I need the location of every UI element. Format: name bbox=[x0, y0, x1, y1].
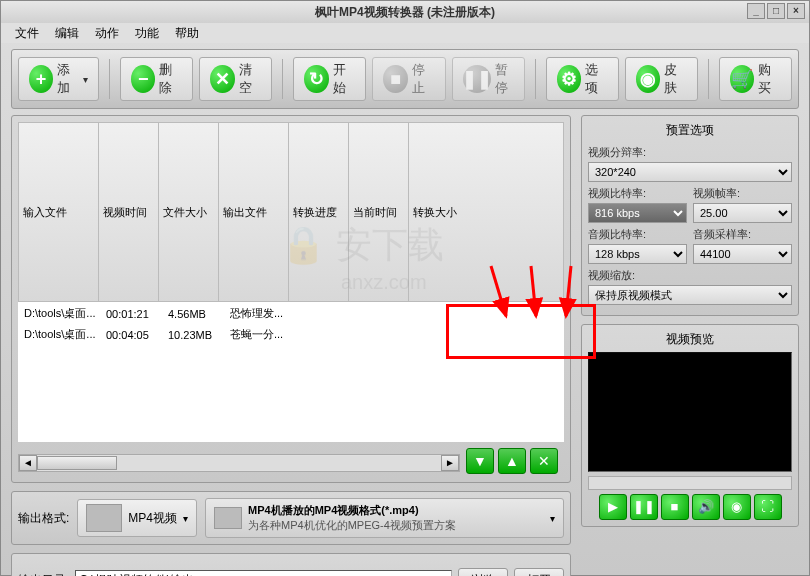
plus-icon: + bbox=[29, 65, 53, 93]
menu-action[interactable]: 动作 bbox=[89, 23, 125, 43]
preview-screen bbox=[588, 352, 792, 472]
format-desc-icon bbox=[214, 507, 242, 529]
titlebar: 枫叶MP4视频转换器 (未注册版本) _ □ × bbox=[1, 1, 809, 23]
output-panel: 输出目录: 浏览 打开 软件网站: http://www.fengyesoft.… bbox=[11, 553, 571, 576]
app-window: 枫叶MP4视频转换器 (未注册版本) _ □ × 文件 编辑 动作 功能 帮助 … bbox=[0, 0, 810, 576]
add-button[interactable]: +添加▾ bbox=[18, 57, 99, 101]
remove-button[interactable]: ✕ bbox=[530, 448, 558, 474]
col-curtime[interactable]: 当前时间 bbox=[349, 123, 409, 302]
wrench-icon: ⚙ bbox=[557, 65, 581, 93]
delete-button[interactable]: −删除 bbox=[120, 57, 193, 101]
file-list-panel: 输入文件 视频时间 文件大小 输出文件 转换进度 当前时间 转换大小 D:\to… bbox=[11, 115, 571, 483]
options-button[interactable]: ⚙选项 bbox=[546, 57, 619, 101]
preview-stop-button[interactable]: ■ bbox=[661, 494, 689, 520]
scroll-thumb[interactable] bbox=[37, 456, 117, 470]
cart-icon: 🛒 bbox=[730, 65, 754, 93]
close-icon[interactable]: × bbox=[787, 3, 805, 19]
fps-select[interactable]: 25.00 bbox=[693, 203, 792, 223]
move-up-button[interactable]: ▲ bbox=[498, 448, 526, 474]
outdir-input[interactable] bbox=[75, 570, 452, 577]
minus-icon: − bbox=[131, 65, 155, 93]
scroll-right-icon[interactable]: ► bbox=[441, 455, 459, 471]
col-outsize[interactable]: 转换大小 bbox=[409, 123, 564, 302]
fullscreen-button[interactable]: ⛶ bbox=[754, 494, 782, 520]
menu-function[interactable]: 功能 bbox=[129, 23, 165, 43]
resolution-select[interactable]: 320*240 bbox=[588, 162, 792, 182]
sample-rate-select[interactable]: 44100 bbox=[693, 244, 792, 264]
apple-icon: ◉ bbox=[636, 65, 660, 93]
preset-panel: 预置选项 视频分辩率: 320*240 视频比特率: 816 kbps 视频帧率… bbox=[581, 115, 799, 316]
preview-panel: 视频预览 ▶ ❚❚ ■ 🔊 ◉ ⛶ bbox=[581, 324, 799, 527]
maximize-icon[interactable]: □ bbox=[767, 3, 785, 19]
format-selector[interactable]: MP4视频 ▾ bbox=[77, 499, 197, 537]
preset-title: 预置选项 bbox=[588, 122, 792, 139]
open-button[interactable]: 打开 bbox=[514, 568, 564, 576]
menu-edit[interactable]: 编辑 bbox=[49, 23, 85, 43]
snapshot-button[interactable]: ◉ bbox=[723, 494, 751, 520]
col-size[interactable]: 文件大小 bbox=[159, 123, 219, 302]
minimize-icon[interactable]: _ bbox=[747, 3, 765, 19]
format-panel: 输出格式: MP4视频 ▾ MP4机播放的MP4视频格式(*.mp4) 为各种M… bbox=[11, 491, 571, 545]
format-description[interactable]: MP4机播放的MP4视频格式(*.mp4) 为各种MP4机优化的MPEG-4视频… bbox=[205, 498, 564, 538]
skin-button[interactable]: ◉皮肤 bbox=[625, 57, 698, 101]
volume-button[interactable]: 🔊 bbox=[692, 494, 720, 520]
table-row[interactable]: D:\tools\桌面...00:01:214.56MB恐怖理发... bbox=[20, 304, 562, 323]
format-label: 输出格式: bbox=[18, 510, 69, 527]
toolbar: +添加▾ −删除 ✕清空 ↻开始 ■停止 ❚❚暂停 ⚙选项 ◉皮肤 🛒购买 bbox=[11, 49, 799, 109]
clear-button[interactable]: ✕清空 bbox=[199, 57, 272, 101]
preview-pause-button[interactable]: ❚❚ bbox=[630, 494, 658, 520]
menu-help[interactable]: 帮助 bbox=[169, 23, 205, 43]
file-table[interactable]: 输入文件 视频时间 文件大小 输出文件 转换进度 当前时间 转换大小 bbox=[18, 122, 564, 302]
horizontal-scrollbar[interactable]: ◄ ► bbox=[18, 454, 460, 472]
pause-icon: ❚❚ bbox=[463, 65, 491, 93]
col-time[interactable]: 视频时间 bbox=[99, 123, 159, 302]
menubar: 文件 编辑 动作 功能 帮助 bbox=[1, 23, 809, 43]
menu-file[interactable]: 文件 bbox=[9, 23, 45, 43]
outdir-label: 输出目录: bbox=[18, 572, 69, 576]
format-thumb-icon bbox=[86, 504, 122, 532]
col-input[interactable]: 输入文件 bbox=[19, 123, 99, 302]
refresh-icon: ↻ bbox=[304, 65, 328, 93]
preview-slider[interactable] bbox=[588, 476, 792, 490]
zoom-select[interactable]: 保持原视频模式 bbox=[588, 285, 792, 305]
play-button[interactable]: ▶ bbox=[599, 494, 627, 520]
scroll-left-icon[interactable]: ◄ bbox=[19, 455, 37, 471]
video-bitrate-select[interactable]: 816 kbps bbox=[588, 203, 687, 223]
audio-bitrate-select[interactable]: 128 kbps bbox=[588, 244, 687, 264]
buy-button[interactable]: 🛒购买 bbox=[719, 57, 792, 101]
stop-icon: ■ bbox=[383, 65, 407, 93]
browse-button[interactable]: 浏览 bbox=[458, 568, 508, 576]
start-button[interactable]: ↻开始 bbox=[293, 57, 366, 101]
pause-button[interactable]: ❚❚暂停 bbox=[452, 57, 525, 101]
stop-button[interactable]: ■停止 bbox=[372, 57, 445, 101]
move-down-button[interactable]: ▼ bbox=[466, 448, 494, 474]
col-output[interactable]: 输出文件 bbox=[219, 123, 289, 302]
table-row[interactable]: D:\tools\桌面...00:04:0510.23MB苍蝇一分... bbox=[20, 325, 562, 344]
col-progress[interactable]: 转换进度 bbox=[289, 123, 349, 302]
preview-title: 视频预览 bbox=[588, 331, 792, 348]
title-text: 枫叶MP4视频转换器 (未注册版本) bbox=[315, 5, 495, 19]
clear-icon: ✕ bbox=[210, 65, 234, 93]
